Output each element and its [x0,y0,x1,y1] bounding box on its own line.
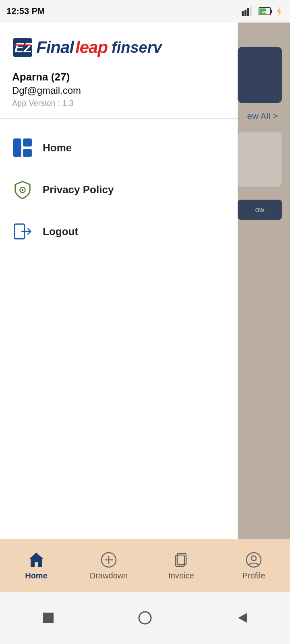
drawer-shadow-overlay[interactable] [238,23,290,592]
logo-text-leap: leap [75,38,108,57]
menu-label-privacy: Privacy Policy [43,184,114,196]
svg-rect-13 [23,138,32,147]
user-name: Aparna (27) [12,71,226,83]
nav-item-profile[interactable]: Profile [218,551,290,580]
nav-item-home[interactable]: Home [0,551,72,580]
charging-icon [275,6,284,16]
svg-rect-5 [271,10,272,13]
logo-text-finserv: finserv [112,39,162,56]
status-icons: 48 [242,6,284,16]
svg-point-28 [139,612,151,624]
menu-item-privacy[interactable]: Privacy Policy [0,169,238,211]
user-email: Dgf@gmail.com [12,85,226,96]
svg-rect-14 [23,149,32,157]
logo-container: EZ Finalleap finserv [12,37,226,58]
android-back-square[interactable] [38,608,58,628]
nav-item-drawdown[interactable]: Drawdown [72,551,145,580]
nav-label-profile: Profile [242,571,265,580]
menu-item-home[interactable]: Home [0,127,238,169]
divider [0,118,238,119]
android-back-triangle[interactable] [232,608,252,628]
house-icon [27,551,45,569]
android-nav-bar [0,592,290,644]
navigation-drawer: EZ Finalleap finserv Aparna (27) Dgf@gma… [0,23,238,592]
svg-point-16 [22,189,24,191]
menu-label-logout: Logout [43,225,78,238]
drawer-logo-area: EZ Finalleap finserv [0,23,238,68]
app-version: App Version : 1.3 [12,99,226,108]
drawer-overlay: EZ Finalleap finserv Aparna (27) Dgf@gma… [0,23,290,592]
status-bar: 12:53 PM 48 [0,0,290,23]
home-icon [12,137,33,158]
circle-plus-icon [100,551,118,569]
drawer-menu: Home Privacy Policy [0,123,238,592]
invoice-icon [172,551,190,569]
logo-ez-icon: EZ [12,37,33,58]
svg-marker-19 [29,553,44,567]
menu-label-home: Home [43,142,72,154]
svg-rect-3 [250,6,252,16]
svg-marker-29 [238,613,247,623]
shield-icon [12,179,33,200]
svg-point-26 [251,556,256,561]
battery-icon: 48 [259,6,272,16]
nav-item-invoice[interactable]: Invoice [145,551,218,580]
svg-rect-2 [247,8,249,16]
svg-rect-12 [13,138,21,157]
svg-rect-27 [43,613,54,623]
logo-text-final: Final [36,38,74,57]
svg-rect-0 [242,11,244,16]
svg-rect-1 [244,10,246,16]
logout-icon [12,221,33,242]
svg-text:48: 48 [262,10,266,14]
bottom-nav: Home Drawdown Invoice [0,539,290,592]
svg-marker-8 [277,6,281,16]
menu-item-logout[interactable]: Logout [0,211,238,252]
status-time: 12:53 PM [6,6,45,17]
nav-label-invoice: Invoice [168,571,194,580]
profile-icon [245,551,263,569]
android-home-circle[interactable] [135,608,155,628]
nav-label-home: Home [25,571,48,580]
drawer-user-info: Aparna (27) Dgf@gmail.com App Version : … [0,68,238,114]
nav-label-drawdown: Drawdown [90,571,128,580]
signal-icon [242,6,256,16]
svg-text:EZ: EZ [14,40,33,55]
